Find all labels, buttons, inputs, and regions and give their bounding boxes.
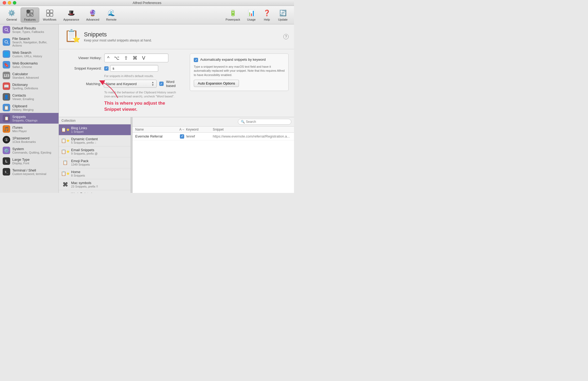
collection-item-dynamic-content[interactable]: 📋 ⭐ Dynamic Content 5 Snippets, prefix :…: [59, 135, 131, 146]
toolbar-item-help[interactable]: ❓ Help: [260, 8, 274, 22]
collection-item-email-snippets[interactable]: 📋 ⭐ Email Snippets 9 Snippets, prefix @: [59, 146, 131, 157]
toolbar-label-general: General: [6, 18, 17, 21]
toolbar-item-workflows[interactable]: Workflows: [40, 8, 60, 22]
sidebar-item-snippets[interactable]: 📋 Snippets Snippets, Clippings: [0, 113, 59, 124]
sidebar-item-web-bookmarks[interactable]: 🔖 Web Bookmarks Safari, Chrome: [0, 59, 59, 70]
toolbar-item-advanced[interactable]: 🔮 Advanced: [83, 8, 102, 22]
web-search-icon: 🌐: [3, 50, 10, 58]
collection-item-emoji-pack[interactable]: 📋 Emoji Pack 1349 Snippets: [59, 157, 131, 168]
sidebar-item-calculator[interactable]: 123 Calculator Standard, Advanced: [0, 70, 59, 81]
toolbar-item-usage[interactable]: 📊 Usage: [244, 8, 259, 22]
toolbar-right: 🔋 Powerpack 📊 Usage ❓ Help 🔄 Update: [222, 8, 291, 22]
web-bookmarks-text: Web Bookmarks Safari, Chrome: [12, 61, 56, 68]
snippets-text: Snippets Snippets, Clippings: [12, 115, 56, 122]
snippet-keyword-cell: !enref: [186, 134, 213, 138]
snippet-keyword-checkbox[interactable]: [104, 66, 109, 71]
default-results-title: Default Results: [12, 26, 56, 30]
file-search-title: File Search: [12, 37, 56, 41]
home-info: Home 8 Snippets: [71, 170, 128, 177]
collection-item-home[interactable]: 📋 ⭐ Home 8 Snippets: [59, 168, 131, 179]
clipboard-icon: 📋: [3, 104, 10, 111]
sidebar-item-1password[interactable]: ① 1Password 1Click Bookmarks: [0, 134, 59, 145]
1password-title: 1Password: [12, 136, 56, 140]
web-search-title: Web Search: [12, 51, 56, 55]
search-box: 🔍: [238, 119, 291, 125]
toolbar-label-remote: Remote: [106, 18, 117, 21]
svg-rect-5: [50, 10, 53, 13]
select-arrows-icon: ▲ ▼: [152, 81, 154, 86]
svg-rect-0: [27, 10, 30, 13]
toolbar-item-remote[interactable]: 🌊 Remote: [103, 8, 120, 22]
collection-item-blog-links[interactable]: 📋 ⭐ Blog Links 1 Snippet: [59, 124, 131, 135]
matching-row: Matching: Name and Keyword ▲ ▼ Word base…: [64, 80, 184, 88]
emoji-pack-sub: 1349 Snippets: [71, 163, 128, 166]
collection-area: Collection 📋 ⭐ Blog Links 1 Snippet: [59, 117, 294, 193]
sidebar-item-terminal[interactable]: $_ Terminal / Shell Custom keyword, term…: [0, 166, 59, 177]
word-based-checkbox[interactable]: [159, 82, 164, 86]
help-button[interactable]: ?: [283, 34, 289, 39]
maximize-button[interactable]: [13, 1, 16, 5]
snippets-list-panel: 🔍 Name A→ Keyword Snippet Evernote Refer…: [133, 117, 294, 193]
auto-expand-box: Automatically expand snippets by keyword…: [190, 54, 289, 91]
sidebar-item-file-search[interactable]: File Search Search, Navigation, Buffer, …: [0, 35, 59, 49]
email-snippets-info: Email Snippets 9 Snippets, prefix @: [71, 148, 128, 155]
collection-item-mac-symbols[interactable]: ⌘ Mac symbols 23 Snippets, prefix !!: [59, 179, 131, 190]
toolbar-label-workflows: Workflows: [43, 18, 57, 21]
toolbar-item-powerpack[interactable]: 🔋 Powerpack: [222, 8, 243, 22]
svg-rect-2: [27, 13, 30, 16]
itunes-subtitle: Mini Player: [12, 129, 56, 133]
toolbar-label-update: Update: [278, 18, 288, 21]
sidebar-item-itunes[interactable]: 🎵 iTunes Mini Player: [0, 124, 59, 134]
minimize-button[interactable]: [8, 1, 11, 5]
email-snippets-sub: 9 Snippets, prefix @: [71, 152, 128, 155]
keyword-row: [104, 65, 158, 72]
blog-links-icon: 📋 ⭐: [61, 126, 69, 134]
snippets-subtitle: Snippets, Clippings: [12, 119, 56, 122]
sidebar-item-web-search[interactable]: 🌐 Web Search Custom, URLs, History: [0, 49, 59, 59]
general-icon: ⚙️: [7, 9, 16, 17]
home-name: Home: [71, 170, 128, 174]
table-row[interactable]: Evernote Referral !enref https://www.eve…: [133, 133, 294, 140]
snippet-keyword-input[interactable]: [110, 65, 158, 72]
sidebar-item-large-type[interactable]: L Large Type Display, Font: [0, 156, 59, 166]
appearance-icon: 🎩: [67, 9, 76, 17]
collection-item-work-related[interactable]: 📋 ⭐ Work Related 8 Snippets: [59, 190, 131, 193]
sidebar-item-default-results[interactable]: Default Results Scope, Types, Fallbacks: [0, 24, 59, 35]
search-input[interactable]: [246, 120, 288, 124]
default-results-subtitle: Scope, Types, Fallbacks: [12, 30, 56, 33]
snippets-main-title: Snippets: [84, 31, 152, 38]
web-bookmarks-title: Web Bookmarks: [12, 61, 56, 65]
work-related-icon: 📋 ⭐: [61, 192, 69, 193]
close-button[interactable]: [3, 1, 6, 5]
sidebar-item-system[interactable]: ⚙️ System Commands, Quitting, Ejecting: [0, 145, 59, 156]
toolbar-item-appearance[interactable]: 🎩 Appearance: [60, 8, 82, 22]
large-type-icon: L: [3, 157, 10, 165]
emoji-pack-name: Emoji Pack: [71, 159, 128, 163]
toolbar-item-update[interactable]: 🔄 Update: [275, 8, 291, 22]
matching-label: Matching:: [64, 82, 101, 86]
toolbar-item-features[interactable]: Features: [21, 7, 39, 22]
web-bookmarks-subtitle: Safari, Chrome: [12, 65, 56, 68]
snippet-auto-checkbox[interactable]: [180, 134, 184, 139]
sidebar-item-dictionary[interactable]: 📖 Dictionary Spelling, Definitions: [0, 81, 59, 92]
sidebar-item-contacts[interactable]: 👤 Contacts Viewer, Emailing: [0, 92, 59, 102]
terminal-text: Terminal / Shell Custom keyword, termina…: [12, 168, 56, 176]
snippets-main-subtitle: Keep your most useful snippets always at…: [84, 39, 152, 42]
toolbar-item-general[interactable]: ⚙️ General: [3, 8, 20, 22]
auto-expand-description: Type a snippet keyword in any macOS text…: [194, 65, 285, 77]
column-name: Name: [135, 128, 178, 131]
auto-expansion-options-button[interactable]: Auto Expansion Options: [194, 80, 239, 87]
dynamic-content-info: Dynamic Content 5 Snippets, prefix ::: [71, 137, 128, 144]
auto-expand-checkbox[interactable]: [194, 58, 198, 62]
toolbar-label-appearance: Appearance: [63, 18, 79, 21]
clipboard-text: Clipboard History, Merging: [12, 104, 56, 111]
large-type-subtitle: Display, Font: [12, 162, 56, 165]
file-search-icon: [3, 38, 10, 46]
dictionary-icon: 📖: [3, 82, 10, 90]
viewer-hotkey-row: Viewer Hotkey:: [64, 54, 184, 62]
viewer-hotkey-input[interactable]: [104, 54, 168, 62]
mac-symbols-info: Mac symbols 23 Snippets, prefix !!: [71, 181, 128, 188]
dynamic-content-sub: 5 Snippets, prefix ::: [71, 141, 128, 144]
blog-links-name: Blog Links: [71, 126, 128, 130]
sidebar-item-clipboard[interactable]: 📋 Clipboard History, Merging: [0, 102, 59, 113]
